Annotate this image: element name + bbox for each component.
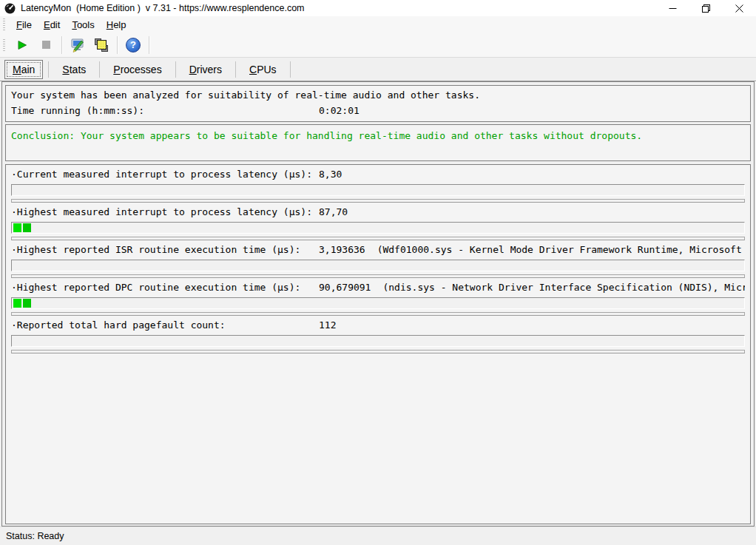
menu-bar: File Edit Tools Help xyxy=(0,16,756,33)
tab-drivers[interactable]: Drivers xyxy=(181,60,230,79)
minimize-button[interactable] xyxy=(656,0,689,16)
toolbar: ? xyxy=(0,33,756,58)
tab-stats[interactable]: Stats xyxy=(54,60,94,79)
metric-label: ·Highest reported DPC routine execution … xyxy=(11,282,319,293)
toolbar-grip[interactable] xyxy=(3,39,5,51)
menu-file[interactable]: File xyxy=(10,18,38,32)
metric-row-current-latency: ·Current measured interrupt to process l… xyxy=(11,165,745,203)
analysis-text: Your system has been analyzed for suitab… xyxy=(11,90,480,101)
stop-icon xyxy=(42,41,50,49)
help-button[interactable]: ? xyxy=(123,35,144,55)
window-title: LatencyMon (Home Edition ) v 7.31 - http… xyxy=(21,3,305,13)
tab-main[interactable]: Main xyxy=(4,60,43,79)
analysis-panel: Your system has been analyzed for suitab… xyxy=(5,85,751,122)
toolbar-separator xyxy=(149,36,149,54)
play-icon xyxy=(17,40,27,50)
tab-processes[interactable]: Processes xyxy=(105,60,169,79)
metric-label: ·Current measured interrupt to process l… xyxy=(11,169,319,180)
tab-separator xyxy=(48,61,49,78)
conclusion-panel: Conclusion: Your system appears to be su… xyxy=(5,124,751,161)
progress-bar xyxy=(11,222,745,234)
metric-driver-info: (ndis.sys - Network Driver Interface Spe… xyxy=(382,282,745,293)
menubar-grip[interactable] xyxy=(3,18,5,30)
metric-value: 90,679091 xyxy=(319,282,371,293)
monitor-pen-icon xyxy=(70,37,86,53)
restore-button[interactable] xyxy=(689,0,723,16)
separator-strip xyxy=(11,350,745,353)
menu-help[interactable]: Help xyxy=(101,18,132,32)
metric-label: ·Highest reported ISR routine execution … xyxy=(11,245,319,255)
tab-separator xyxy=(235,61,236,78)
latencymon-app-icon xyxy=(4,3,16,14)
metric-value: 8,30 xyxy=(319,169,342,180)
conclusion-text: Conclusion: Your system appears to be su… xyxy=(11,131,642,141)
metric-label: ·Reported total hard pagefault count: xyxy=(11,320,319,331)
progress-bar xyxy=(11,297,745,309)
tab-bar: Main Stats Processes Drivers CPUs xyxy=(0,58,756,81)
stop-monitor-button[interactable] xyxy=(36,35,56,55)
status-bar: Status: Ready xyxy=(0,527,756,545)
tab-separator xyxy=(175,61,176,78)
window-controls xyxy=(656,0,756,16)
progress-bar xyxy=(11,260,745,271)
status-text: Status: Ready xyxy=(6,531,64,541)
toolbar-separator xyxy=(117,36,118,54)
metric-row-isr-time: ·Highest reported ISR routine execution … xyxy=(11,240,745,278)
processes-window-button[interactable] xyxy=(91,35,112,55)
metric-row-pagefault-count: ·Reported total hard pagefault count: 11… xyxy=(11,316,745,353)
tab-cpus[interactable]: CPUs xyxy=(241,60,285,79)
title-bar: LatencyMon (Home Edition ) v 7.31 - http… xyxy=(0,0,756,16)
metric-row-highest-latency: ·Highest measured interrupt to process l… xyxy=(11,203,745,240)
menu-tools[interactable]: Tools xyxy=(66,18,100,32)
metric-row-dpc-time: ·Highest reported DPC routine execution … xyxy=(11,278,745,316)
start-monitor-button[interactable] xyxy=(12,35,33,55)
overlapping-windows-icon xyxy=(94,38,109,53)
tab-separator xyxy=(99,61,100,78)
edit-options-button[interactable] xyxy=(67,35,88,55)
metric-value: 87,70 xyxy=(319,207,348,217)
progress-bar xyxy=(11,184,745,196)
metric-value: 112 xyxy=(319,320,336,331)
metric-label: ·Highest measured interrupt to process l… xyxy=(11,207,319,217)
toolbar-separator xyxy=(61,36,62,54)
tab-separator xyxy=(290,61,291,78)
close-button[interactable] xyxy=(723,0,756,16)
time-running-value: 0:02:01 xyxy=(319,106,360,116)
metric-driver-info: (Wdf01000.sys - Kernel Mode Driver Frame… xyxy=(377,245,745,255)
metric-value: 3,193636 xyxy=(319,245,365,255)
progress-bar xyxy=(11,335,745,347)
menu-edit[interactable]: Edit xyxy=(38,18,66,32)
main-tab-content: Your system has been analyzed for suitab… xyxy=(1,81,755,527)
metrics-panel: ·Current measured interrupt to process l… xyxy=(5,164,751,524)
question-mark-icon: ? xyxy=(126,38,141,53)
time-running-label: Time running (h:mm:ss): xyxy=(11,106,319,116)
